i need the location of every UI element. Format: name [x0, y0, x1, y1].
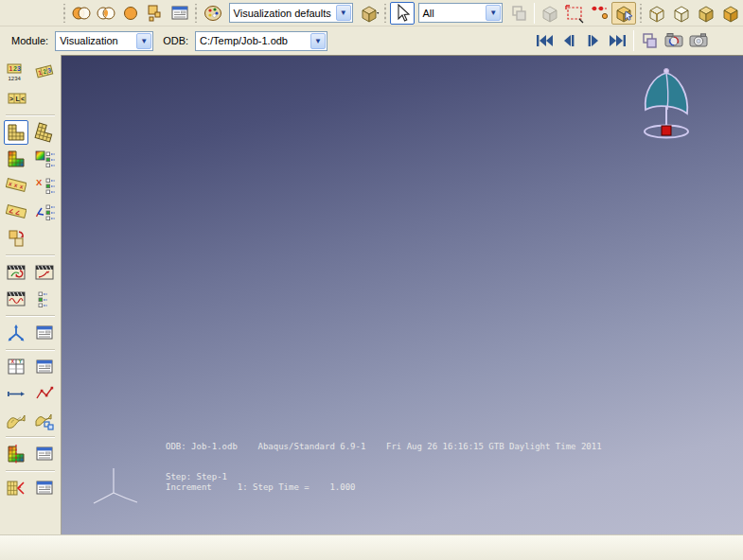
- animate-scale-factor-button[interactable]: [4, 260, 28, 285]
- plot-undeformed-button[interactable]: [4, 120, 28, 145]
- plot-symbols-button[interactable]: xxx: [4, 173, 28, 198]
- abaqus-cae-window: Visualization defaults ▼ All ▼ Module: V…: [0, 0, 743, 560]
- toolbox-separator: [6, 436, 55, 438]
- chevron-down-icon[interactable]: ▼: [310, 33, 326, 49]
- path-manager-button[interactable]: [32, 408, 57, 432]
- chevron-down-icon[interactable]: ▼: [136, 33, 151, 49]
- plot-contours-button[interactable]: [4, 147, 28, 171]
- orientation-options-button[interactable]: [32, 200, 57, 224]
- result-variable-button[interactable]: 123: [32, 60, 57, 84]
- last-frame-button[interactable]: [606, 29, 630, 52]
- animation-options-button[interactable]: [32, 287, 57, 311]
- toolbox-separator: [6, 114, 55, 116]
- svg-text:L: L: [15, 96, 20, 102]
- toolbar-handle[interactable]: [62, 4, 67, 23]
- color-code-target-icon[interactable]: [357, 2, 381, 25]
- svg-text:X: X: [36, 177, 43, 187]
- free-body-manager-button[interactable]: [32, 476, 57, 500]
- toolbar-separator: [633, 30, 634, 51]
- symbol-options-button[interactable]: X: [32, 173, 57, 198]
- toolbox-separator: [6, 349, 55, 351]
- view-compass[interactable]: [629, 60, 703, 150]
- axes-triad: [88, 461, 147, 514]
- probe-values-icon[interactable]: [587, 2, 611, 25]
- svg-text:<: <: [21, 96, 25, 102]
- view-cut-manager-button[interactable]: [32, 442, 57, 466]
- module-combo[interactable]: Visualization ▼: [55, 31, 153, 51]
- svg-text:1: 1: [9, 65, 13, 72]
- color-code-combo[interactable]: Visualization defaults ▼: [229, 3, 353, 23]
- plot-deformed-button[interactable]: [32, 120, 57, 145]
- common-options-button[interactable]: [32, 321, 57, 345]
- simulia-logo: [667, 518, 734, 560]
- sync-viewports-button[interactable]: [4, 321, 28, 345]
- chevron-down-icon[interactable]: ▼: [486, 5, 501, 21]
- animate-harmonic-button[interactable]: [4, 287, 28, 311]
- render-wireframe-icon[interactable]: [645, 2, 669, 25]
- odb-label: ODB:: [163, 35, 188, 46]
- viewport-3d-canvas[interactable]: ODB: Job-1.odb Abaqus/Standard 6.9-1 Fri…: [62, 55, 743, 534]
- toolbox-separator: [6, 254, 55, 256]
- toolbox-separator: [6, 315, 55, 317]
- view-cut-button[interactable]: [4, 442, 28, 466]
- intersect-displayed-icon[interactable]: [94, 2, 118, 25]
- field-output-dialog-button[interactable]: 1231234: [4, 60, 28, 84]
- render-shaded-icon[interactable]: [694, 2, 718, 25]
- xy-options-button[interactable]: [32, 355, 57, 379]
- record-animation-icon[interactable]: [662, 29, 686, 52]
- previous-frame-button[interactable]: [557, 29, 581, 52]
- selection-filter-value: All: [419, 8, 486, 19]
- copy-viewport-icon[interactable]: [637, 29, 662, 52]
- select-cursor-button[interactable]: [390, 2, 415, 25]
- replace-displayed-icon[interactable]: [69, 2, 94, 25]
- xy-curve-button[interactable]: [32, 381, 57, 406]
- section-points-button[interactable]: >L<: [4, 86, 29, 111]
- color-code-palette-icon[interactable]: [201, 2, 225, 25]
- step-annotation: Step: Step-1 Increment 1: Step Time = 1.…: [166, 472, 355, 493]
- toolbar-handle[interactable]: [383, 4, 388, 23]
- create-path-button[interactable]: [4, 408, 28, 432]
- free-body-cut-button[interactable]: [4, 476, 28, 500]
- toolbar-handle[interactable]: [194, 4, 199, 23]
- render-hiddenline-icon[interactable]: [669, 2, 694, 25]
- snapshot-icon[interactable]: [686, 29, 711, 52]
- chevron-down-icon[interactable]: ▼: [336, 5, 351, 21]
- svg-text:Y: Y: [19, 359, 23, 364]
- svg-text:3: 3: [17, 65, 21, 72]
- module-combo-value: Visualization: [56, 35, 135, 46]
- status-bar: [0, 534, 743, 560]
- color-code-combo-value: Visualization defaults: [230, 8, 335, 19]
- box-zoom-icon[interactable]: [562, 2, 587, 25]
- allow-multiple-plot-states-button[interactable]: [4, 226, 29, 251]
- highlight-entity-icon[interactable]: [611, 2, 636, 25]
- context-bar: Module: Visualization ▼ ODB: C:/Temp/Job…: [0, 26, 743, 55]
- odb-state-annotation: ODB: Job-1.odb Abaqus/Standard 6.9-1 Fri…: [166, 442, 602, 452]
- odb-combo-value: C:/Temp/Job-1.odb: [196, 35, 310, 46]
- selection-options-icon: [506, 2, 531, 25]
- display-group-manager-icon[interactable]: [168, 2, 192, 25]
- render-filled-icon[interactable]: [718, 2, 743, 25]
- toolbox-separator: [6, 470, 55, 472]
- odb-combo[interactable]: C:/Temp/Job-1.odb ▼: [195, 31, 327, 51]
- main-toolbar: Visualization defaults ▼ All ▼: [0, 0, 743, 26]
- first-frame-button[interactable]: [532, 29, 557, 52]
- replace-all-icon[interactable]: [118, 2, 143, 25]
- svg-text:1234: 1234: [9, 76, 22, 81]
- contour-options-button[interactable]: [32, 147, 57, 171]
- viewport-objects-icon: [538, 2, 562, 25]
- create-xy-data-button[interactable]: XY: [4, 355, 28, 379]
- next-frame-button[interactable]: [581, 29, 606, 52]
- animate-time-history-button[interactable]: [32, 260, 57, 285]
- create-display-group-icon[interactable]: [143, 2, 168, 25]
- visualization-toolbox: 1231234123>L< xxxX XY: [0, 55, 62, 534]
- module-label: Module:: [11, 35, 48, 46]
- xy-plot-button[interactable]: [4, 381, 28, 406]
- plot-material-orientations-button[interactable]: [4, 200, 28, 224]
- svg-text:>: >: [9, 96, 13, 102]
- svg-text:X: X: [11, 359, 15, 364]
- toolbar-handle[interactable]: [638, 4, 643, 23]
- toolbar-separator: [534, 3, 535, 24]
- selection-filter-combo[interactable]: All ▼: [418, 3, 504, 23]
- compass-origin-handle[interactable]: [662, 126, 671, 135]
